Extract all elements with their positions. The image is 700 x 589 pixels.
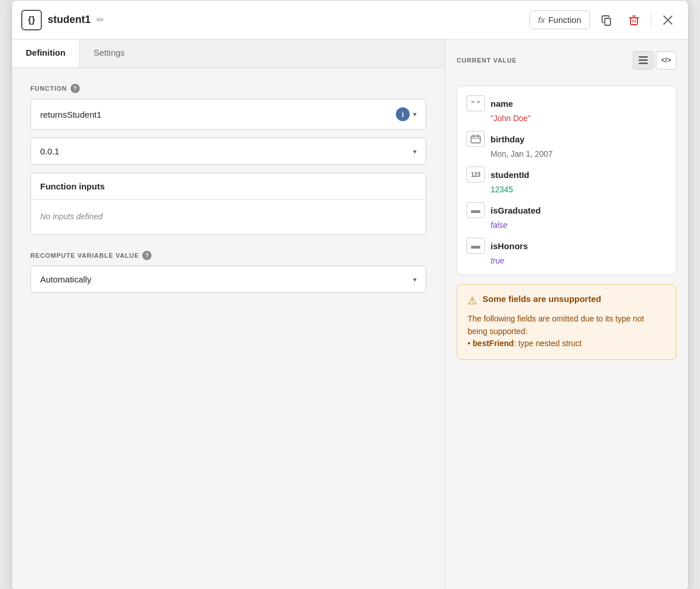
function-section-label: FUNCTION ?	[30, 84, 426, 93]
current-value-label: CURRENT VALUE	[457, 57, 517, 64]
main-window: {} student1 ✏ fx Function	[11, 0, 689, 589]
current-value-card: " " name "John Doe"	[457, 86, 676, 275]
field-value-isgraduated: false	[491, 220, 667, 230]
function-button[interactable]: fx Function	[530, 10, 590, 29]
main-content: Definition Settings FUNCTION ? returnsSt…	[12, 40, 688, 589]
field-value-birthday: Mon, Jan 1, 2007	[491, 149, 667, 158]
svg-rect-2	[639, 56, 648, 58]
warning-field-name: bestFriend	[473, 339, 514, 348]
field-name-studentid: studentId	[491, 170, 530, 180]
field-row-ishonors: ▬ isHonors true	[466, 238, 667, 265]
no-inputs-text: No inputs defined	[40, 212, 103, 221]
variable-name: student1	[48, 14, 91, 26]
list-view-button[interactable]	[633, 51, 654, 69]
field-name-birthday: birthday	[491, 134, 524, 144]
field-name-isgraduated: isGraduated	[491, 206, 541, 215]
version-selector[interactable]: 0.0.1 ▾	[30, 138, 426, 165]
warning-icon: ⚠	[468, 294, 477, 307]
function-help-icon[interactable]: ?	[71, 84, 80, 93]
recompute-chevron-icon: ▾	[413, 276, 417, 284]
svg-rect-0	[605, 18, 610, 25]
delete-button[interactable]	[623, 9, 645, 31]
recompute-section: RECOMPUTE VARIABLE VALUE ? Automatically…	[30, 251, 426, 293]
warning-box: ⚠ Some fields are unsupported The follow…	[457, 284, 676, 360]
type-badge-bool-honors: ▬	[466, 238, 485, 254]
function-inputs-body: No inputs defined	[31, 200, 426, 234]
tab-bar: Definition Settings	[12, 40, 445, 68]
version-value: 0.0.1	[40, 146, 59, 156]
recompute-value: Automatically	[40, 274, 91, 284]
type-badge-date	[466, 131, 485, 147]
function-selector-inner: returnsStudent1	[40, 110, 102, 119]
field-name-name: name	[491, 99, 513, 108]
field-row-studentid: 123 studentId 12345	[466, 166, 667, 194]
field-header-name: " " name	[466, 95, 667, 111]
left-panel-content: FUNCTION ? returnsStudent1 i ▾ 0.0.1 ▾	[12, 68, 445, 589]
field-row-birthday: birthday Mon, Jan 1, 2007	[466, 131, 667, 158]
trash-icon	[628, 14, 640, 26]
warning-title-text: Some fields are unsupported	[483, 294, 601, 304]
header-left: {} student1 ✏	[21, 10, 104, 30]
view-toggle: </>	[633, 51, 676, 69]
header: {} student1 ✏ fx Function	[12, 1, 688, 40]
recompute-help-icon[interactable]: ?	[142, 251, 151, 260]
edit-icon[interactable]: ✏	[96, 14, 104, 25]
version-chevron-icon: ▾	[413, 148, 417, 156]
tab-settings[interactable]: Settings	[80, 40, 138, 67]
info-icon[interactable]: i	[396, 107, 410, 121]
svg-rect-4	[639, 63, 648, 64]
left-panel: Definition Settings FUNCTION ? returnsSt…	[12, 40, 445, 589]
svg-rect-3	[639, 60, 648, 61]
field-value-ishonors: true	[491, 256, 667, 265]
field-header-studentid: 123 studentId	[466, 166, 667, 183]
header-divider	[651, 11, 651, 29]
function-button-label: Function	[548, 15, 581, 25]
code-view-button[interactable]: </>	[656, 51, 676, 69]
right-panel: CURRENT VALUE </>	[445, 40, 688, 589]
field-header-ishonors: ▬ isHonors	[466, 238, 667, 254]
function-selector[interactable]: returnsStudent1 i ▾	[30, 99, 426, 130]
field-value-name: "John Doe"	[491, 114, 667, 123]
type-badge-string: " "	[466, 95, 485, 111]
close-button[interactable]	[657, 9, 679, 31]
function-inputs-box: Function inputs No inputs defined	[30, 173, 426, 235]
field-header-birthday: birthday	[466, 131, 667, 147]
current-value-header: CURRENT VALUE </>	[457, 51, 676, 69]
calendar-icon	[470, 134, 481, 144]
type-badge-bool-graduated: ▬	[466, 202, 485, 218]
warning-title: ⚠ Some fields are unsupported	[468, 294, 666, 307]
fx-symbol: fx	[538, 15, 545, 25]
chevron-down-icon: ▾	[413, 110, 417, 118]
type-badge-number: 123	[466, 166, 485, 183]
tab-definition[interactable]: Definition	[12, 40, 80, 67]
field-header-isgraduated: ▬ isGraduated	[466, 202, 667, 218]
close-icon	[663, 15, 673, 25]
function-selector-controls: i ▾	[396, 107, 417, 121]
field-value-studentid: 12345	[491, 185, 667, 194]
recompute-selector[interactable]: Automatically ▾	[30, 266, 426, 293]
copy-button[interactable]	[596, 9, 617, 31]
code-view-icon: </>	[661, 56, 671, 64]
field-row-isgraduated: ▬ isGraduated false	[466, 202, 667, 230]
list-view-icon	[639, 56, 648, 64]
var-type-icon: {}	[21, 10, 42, 30]
function-inputs-header: Function inputs	[31, 173, 426, 200]
svg-rect-5	[471, 136, 480, 143]
svg-rect-1	[631, 18, 637, 25]
header-right: fx Function	[530, 9, 679, 31]
field-name-ishonors: isHonors	[491, 241, 528, 251]
function-selected-value: returnsStudent1	[40, 110, 102, 119]
recompute-section-label: RECOMPUTE VARIABLE VALUE ?	[30, 251, 426, 260]
copy-icon	[601, 14, 612, 26]
warning-body: The following fields are omitted due to …	[468, 313, 666, 350]
field-row-name: " " name "John Doe"	[466, 95, 667, 123]
